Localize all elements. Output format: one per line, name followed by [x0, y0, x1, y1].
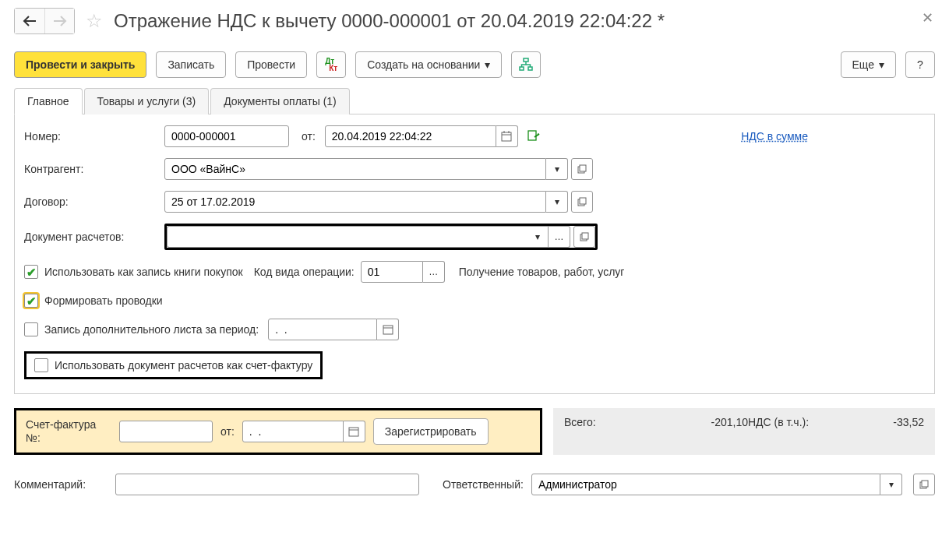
svg-rect-16 — [349, 428, 358, 436]
number-input[interactable] — [164, 125, 289, 147]
settlement-doc-input[interactable] — [167, 226, 527, 248]
tab-payments[interactable]: Документы оплаты (1) — [210, 88, 350, 114]
op-code-label: Код вида операции: — [254, 266, 355, 278]
svg-rect-19 — [922, 481, 928, 487]
calendar-icon[interactable] — [496, 125, 518, 147]
responsible-label: Ответственный: — [443, 478, 524, 491]
settlement-doc-label: Документ расчетов: — [24, 231, 164, 243]
favorite-star-icon[interactable]: ☆ — [86, 10, 103, 32]
more-label: Еще — [852, 58, 875, 71]
form-entries-label: Формировать проводки — [44, 294, 163, 307]
svg-rect-3 — [502, 132, 511, 141]
write-button[interactable]: Записать — [156, 51, 226, 78]
use-purchase-book-checkbox[interactable] — [24, 265, 38, 279]
use-doc-as-invoice-checkbox[interactable] — [34, 358, 48, 372]
create-on-basis-label: Создать на основании — [367, 58, 480, 71]
calendar-icon[interactable] — [377, 319, 399, 340]
close-button[interactable]: ✕ — [922, 9, 933, 26]
tab-goods[interactable]: Товары и услуги (3) — [84, 88, 210, 114]
svg-rect-11 — [580, 198, 586, 204]
calendar-icon[interactable] — [344, 421, 365, 442]
post-button[interactable]: Провести — [235, 51, 307, 78]
select-icon[interactable]: … — [549, 226, 570, 248]
posted-flag-icon — [527, 129, 540, 144]
open-icon[interactable] — [573, 226, 595, 248]
totals-panel: Всего: -201,10 НДС (в т.ч.): -33,52 — [553, 408, 935, 455]
total-value: -201,10 — [642, 416, 748, 428]
dropdown-icon[interactable]: ▾ — [546, 191, 568, 213]
form-entries-checkbox[interactable] — [24, 294, 38, 308]
use-purchase-book-label: Использовать как запись книги покупок — [44, 266, 243, 278]
invoice-number-input[interactable] — [119, 421, 213, 442]
help-button[interactable]: ? — [905, 51, 935, 78]
invoice-label: Счет-фактура №: — [26, 418, 111, 445]
op-code-input[interactable] — [361, 261, 423, 283]
open-icon[interactable] — [913, 474, 935, 495]
contract-input[interactable] — [164, 191, 546, 213]
tab-main[interactable]: Главное — [14, 88, 83, 114]
additional-sheet-date-input[interactable] — [268, 319, 377, 340]
invoice-panel: Счет-фактура №: от: Зарегистрировать — [14, 408, 542, 455]
use-doc-as-invoice-label: Использовать документ расчетов как счет-… — [55, 359, 312, 372]
from-label: от: — [302, 130, 316, 143]
vat-value: -33,52 — [818, 416, 924, 428]
invoice-from-label: от: — [220, 425, 235, 438]
chevron-down-icon: ▾ — [879, 58, 884, 71]
vat-label: НДС (в т.ч.): — [748, 416, 818, 428]
dtkt-button[interactable]: ДтКт — [316, 51, 346, 78]
svg-rect-14 — [383, 326, 393, 334]
svg-rect-0 — [524, 58, 528, 62]
number-label: Номер: — [24, 130, 164, 143]
open-icon[interactable] — [571, 191, 593, 213]
svg-rect-9 — [580, 165, 586, 171]
forward-button[interactable] — [44, 9, 74, 33]
back-button[interactable] — [15, 9, 44, 33]
dtkt-icon: ДтКт — [325, 58, 337, 72]
additional-sheet-label: Запись дополнительного листа за период: — [44, 323, 259, 336]
use-doc-as-invoice-highlight: Использовать документ расчетов как счет-… — [24, 351, 323, 379]
dropdown-icon[interactable]: ▾ — [546, 158, 568, 180]
settlement-doc-highlight: ▾ … — [164, 224, 598, 250]
open-icon[interactable] — [571, 158, 593, 180]
svg-rect-2 — [528, 67, 532, 70]
dropdown-icon[interactable]: ▾ — [527, 226, 549, 248]
contract-label: Договор: — [24, 195, 164, 208]
counterparty-label: Контрагент: — [24, 163, 164, 175]
vat-in-sum-link[interactable]: НДС в сумме — [741, 130, 808, 143]
dropdown-icon[interactable]: ▾ — [880, 474, 902, 495]
document-title: Отражение НДС к вычету 0000-000001 от 20… — [114, 10, 665, 32]
counterparty-input[interactable] — [164, 158, 546, 180]
structure-button[interactable] — [511, 51, 541, 78]
more-button[interactable]: Еще ▾ — [841, 51, 897, 78]
post-and-close-button[interactable]: Провести и закрыть — [14, 51, 146, 78]
svg-rect-1 — [520, 67, 524, 70]
op-code-description: Получение товаров, работ, услуг — [459, 266, 625, 278]
additional-sheet-checkbox[interactable] — [24, 322, 38, 336]
comment-label: Комментарий: — [14, 478, 108, 491]
responsible-input[interactable] — [531, 474, 880, 495]
chevron-down-icon: ▾ — [485, 58, 490, 71]
invoice-date-input[interactable] — [242, 421, 344, 442]
nav-buttons — [14, 8, 75, 34]
total-label: Всего: — [564, 416, 642, 428]
comment-input[interactable] — [115, 474, 419, 495]
register-invoice-button[interactable]: Зарегистрировать — [373, 418, 489, 445]
create-on-basis-button[interactable]: Создать на основании ▾ — [355, 51, 502, 78]
svg-rect-7 — [528, 131, 536, 140]
select-icon[interactable]: … — [423, 261, 445, 283]
svg-rect-13 — [582, 233, 588, 239]
date-input[interactable] — [325, 125, 496, 147]
